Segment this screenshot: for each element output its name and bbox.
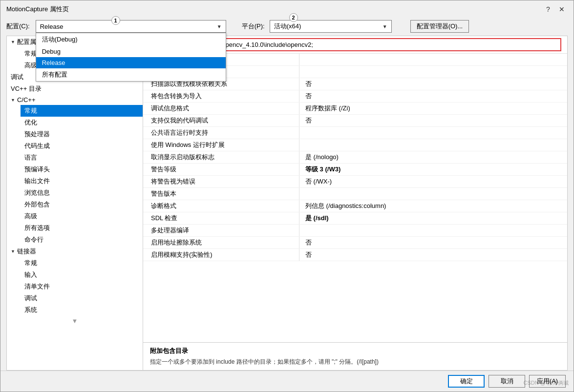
config-manager-button[interactable]: 配置管理器(O)... [410,20,469,33]
prop-row-16: 启用模糊支持(实验性) 否 [143,249,567,261]
platform-label: 平台(P): [242,22,265,31]
prop-value-10: 否 (/WX-) [299,176,567,187]
prop-name-4: 调试信息格式 [143,103,299,114]
prop-name-6: 公共语言运行时支持 [143,127,299,139]
watermark: CSDN @ 静海俩城 [524,379,569,387]
prop-name-14: 多处理器编译 [143,225,299,236]
close-button[interactable]: ✕ [556,4,568,14]
triangle-config: ▼ [11,40,15,44]
prop-value-6 [299,127,567,139]
toolbar-row: 配置(C): Release ▼ 活动(Debug) Debug Release… [0,17,574,36]
tree-section-cpp[interactable]: ▼ C/C++ [7,95,143,105]
tree-item-linker-debug[interactable]: 调试 [21,292,143,304]
prop-value-11 [299,188,567,200]
tree-item-linker-system[interactable]: 系统 [21,304,143,316]
prop-value-7 [299,139,567,151]
prop-row-12: 诊断格式 列信息 (/diagnostics:column) [143,200,567,212]
prop-value-3: 否 [299,90,567,102]
prop-value-0 [299,54,567,65]
tree-item-output[interactable]: 输出文件 [21,175,143,187]
annotation-2: 2 [289,13,298,22]
prop-value-9: 等级 3 (/W3) [299,164,567,175]
prop-value-5: 否 [299,115,567,126]
tree-item-cmdline[interactable]: 命令行 [21,234,143,246]
config-option-debug-active[interactable]: 活动(Debug) [36,33,226,46]
tree-item-general-cpp[interactable]: 常规 [21,105,143,117]
prop-name-5: 支持仅我的代码调试 [143,115,299,126]
dialog-title: MotionCapture 属性页 [6,5,69,14]
tree-item-linker-general[interactable]: 常规 [21,257,143,269]
prop-name-8: 取消显示启动版权标志 [143,151,299,163]
tree-item-external[interactable]: 外部包含 [21,199,143,210]
config-option-release[interactable]: Release [36,57,226,68]
tree-item-codegen[interactable]: 代码生成 [21,140,143,152]
prop-value-15: 否 [299,237,567,248]
tree-item-linker-input[interactable]: 输入 [21,269,143,281]
prop-row-4: 调试信息格式 程序数据库 (/Zi) [143,103,567,115]
prop-row-10: 将警告视为错误 否 (/WX-) [143,176,567,188]
config-selected-value: Release [40,23,64,30]
prop-row-6: 公共语言运行时支持 [143,127,567,139]
annotation-1: 1 [111,16,120,25]
prop-value-16: 否 [299,249,567,261]
tree-linker-children: 常规 输入 清单文件 调试 系统 [7,257,143,316]
tree-section-linker[interactable]: ▼ 链接器 [7,246,143,257]
prop-row-5: 支持仅我的代码调试 否 [143,115,567,127]
triangle-linker: ▼ [11,249,15,254]
scroll-down-indicator: ▼ [7,316,143,326]
prop-name-16: 启用模糊支持(实验性) [143,249,299,261]
cancel-button[interactable]: 取消 [489,375,525,388]
tree-item-preprocessor[interactable]: 预处理器 [21,128,143,140]
prop-row-13: SDL 检查 是 (/sdl) [143,212,567,225]
main-content: ▼ 配置属 常规 高级 调试 VC++ 目录 ▼ C/C++ 常规 优化 预处理… [0,36,574,371]
config-option-debug[interactable]: Debug [36,46,226,57]
config-dropdown-menu: 活动(Debug) Debug Release 所有配置 [36,33,226,82]
tree-item-browse[interactable]: 浏览信息 [21,187,143,199]
config-dropdown-arrow: ▼ [217,24,222,29]
tree-item-language[interactable]: 语言 [21,152,143,164]
prop-row-8: 取消显示启动版权标志 是 (/nologo) [143,151,567,164]
tree-section-cpp-label: C/C++ [17,96,36,103]
tree-section-linker-label: 链接器 [17,247,36,256]
prop-row-15: 启用地址擦除系统 否 [143,237,567,249]
config-label: 配置(C): [6,22,30,31]
right-panel: $(SolutionDir)thirdparty\opencv_4.10.0\i… [143,36,568,371]
prop-name-10: 将警告视为错误 [143,176,299,187]
prop-row-7: 使用 Windows 运行时扩展 [143,139,567,151]
platform-section: 平台(P): 活动(x64) ▼ 2 配置管理器(O)... [242,20,469,33]
prop-row-3: 将包含转换为导入 否 [143,90,567,103]
tree-section-config-label: 配置属 [17,38,36,46]
help-button[interactable]: ? [542,4,554,14]
tree-item-linker-manifest[interactable]: 清单文件 [21,281,143,292]
tree-item-advanced-cpp[interactable]: 高级 [21,210,143,222]
platform-dropdown[interactable]: 活动(x64) ▼ [270,20,392,33]
prop-value-2: 否 [299,78,567,90]
tree-cpp-children: 常规 优化 预处理器 代码生成 语言 预编译头 输出文件 浏览信息 外部包含 高… [7,105,143,246]
prop-row-11: 警告版本 [143,188,567,200]
tree-item-vc-dir[interactable]: VC++ 目录 [7,83,143,95]
prop-value-13: 是 (/sdl) [299,212,567,224]
prop-name-15: 启用地址擦除系统 [143,237,299,248]
tree-item-all-options[interactable]: 所有选项 [21,222,143,234]
prop-name-7: 使用 Windows 运行时扩展 [143,139,299,151]
config-dropdown-wrapper: Release ▼ 活动(Debug) Debug Release 所有配置 1 [36,20,226,33]
title-bar: MotionCapture 属性页 ? ✕ [0,0,574,17]
tree-item-pch[interactable]: 预编译头 [21,164,143,175]
prop-row-9: 警告等级 等级 3 (/W3) [143,164,567,176]
platform-selected-value: 活动(x64) [274,22,301,31]
config-option-all[interactable]: 所有配置 [36,68,226,81]
bottom-description: 附加包含目录 指定一个或多个要添加到 include 路径中的目录；如果指定多个… [143,342,567,370]
left-panel: ▼ 配置属 常规 高级 调试 VC++ 目录 ▼ C/C++ 常规 优化 预处理… [6,36,143,371]
prop-value-14 [299,225,567,236]
prop-value-12: 列信息 (/diagnostics:column) [299,200,567,212]
properties-table: 其他模块依赖项 其他标头单元依赖项 扫描源以查找模块依赖关系 否 将包含转换为导… [143,54,567,342]
prop-value-4: 程序数据库 (/Zi) [299,103,567,114]
footer: 确定 取消 应用(A) [0,371,574,392]
tree-item-optimize[interactable]: 优化 [21,117,143,128]
prop-name-11: 警告版本 [143,188,299,200]
bottom-desc-title: 附加包含目录 [150,347,560,355]
config-dropdown[interactable]: Release ▼ [36,20,226,33]
ok-button[interactable]: 确定 [448,375,485,388]
prop-value-1 [299,66,567,78]
prop-row-14: 多处理器编译 [143,225,567,237]
